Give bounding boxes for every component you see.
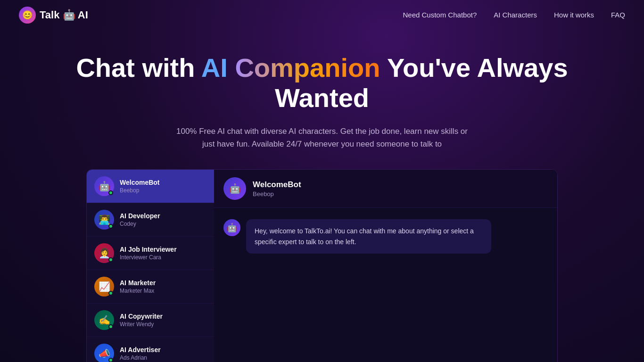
main-nav: 😊 Talk 🤖 AI Need Custom Chatbot?AI Chara… <box>0 0 644 30</box>
sidebar-sub-welcomebot: Beebop <box>120 187 160 194</box>
sidebar-item-ai-marketer[interactable]: 📈AI MarketerMarketer Max <box>87 270 214 304</box>
sidebar-info-ai-copywriter: AI CopywriterWriter Wendy <box>120 313 163 328</box>
hero-ai-word: AI <box>201 53 228 82</box>
logo-icon: 😊 <box>19 7 36 24</box>
chat-sidebar: 🤖WelcomeBotBeebop👨‍💻AI DeveloperCodey👩‍💼… <box>87 170 214 362</box>
online-dot-ai-developer <box>108 224 113 229</box>
sidebar-name-ai-copywriter: AI Copywriter <box>120 313 163 320</box>
sidebar-name-ai-developer: AI Developer <box>120 212 160 220</box>
hero-headline: Chat with AI Companion You've Always Wan… <box>9 53 635 114</box>
sidebar-item-welcomebot[interactable]: 🤖WelcomeBotBeebop <box>87 170 214 203</box>
sidebar-sub-ai-advertiser: Ads Adrian <box>120 354 161 361</box>
sidebar-name-ai-marketer: AI Marketer <box>120 279 156 287</box>
chat-header-info: WelcomeBot Beebop <box>253 180 301 197</box>
chat-header-sub: Beebop <box>253 190 301 197</box>
nav-link-how-it-works[interactable]: How it works <box>554 11 594 19</box>
hero-section: Chat with AI Companion You've Always Wan… <box>0 30 644 169</box>
avatar-wrap-ai-job-interviewer: 👩‍💼 <box>94 243 114 263</box>
hero-companion-word: Companion <box>235 53 380 82</box>
sidebar-info-ai-developer: AI DeveloperCodey <box>120 212 160 227</box>
sidebar-sub-ai-job-interviewer: Interviewer Cara <box>120 254 177 261</box>
sidebar-sub-ai-marketer: Marketer Max <box>120 288 156 294</box>
sidebar-name-welcomebot: WelcomeBot <box>120 179 160 186</box>
bubble-avatar-msg1: 🤖 <box>223 219 240 236</box>
chat-widget: 🤖WelcomeBotBeebop👨‍💻AI DeveloperCodey👩‍💼… <box>86 169 558 362</box>
bubble-content-msg1: Hey, welcome to TalkTo.ai! You can chat … <box>246 219 491 254</box>
online-dot-ai-copywriter <box>108 324 113 329</box>
chat-body: 🤖Hey, welcome to TalkTo.ai! You can chat… <box>214 208 557 362</box>
avatar-wrap-ai-copywriter: ✍️ <box>94 310 114 330</box>
avatar-wrap-ai-marketer: 📈 <box>94 277 114 296</box>
chat-header-name: WelcomeBot <box>253 180 301 189</box>
sidebar-name-ai-job-interviewer: AI Job Interviewer <box>120 246 177 253</box>
nav-link-custom-chatbot[interactable]: Need Custom Chatbot? <box>403 11 477 19</box>
sidebar-sub-ai-developer: Codey <box>120 221 160 227</box>
sidebar-item-ai-copywriter[interactable]: ✍️AI CopywriterWriter Wendy <box>87 304 214 337</box>
sidebar-name-ai-advertiser: AI Advertiser <box>120 346 161 354</box>
avatar-wrap-welcomebot: 🤖 <box>94 176 114 196</box>
sidebar-info-ai-job-interviewer: AI Job InterviewerInterviewer Cara <box>120 246 177 261</box>
nav-links: Need Custom Chatbot?AI CharactersHow it … <box>403 11 626 19</box>
chat-header-avatar: 🤖 <box>223 177 246 200</box>
hero-line1: Chat with AI Companion You've Always <box>76 53 568 82</box>
avatar-wrap-ai-advertiser: 📣 <box>94 344 114 362</box>
online-dot-ai-advertiser <box>108 358 113 362</box>
logo-text: Talk 🤖 AI <box>40 9 88 21</box>
logo[interactable]: 😊 Talk 🤖 AI <box>19 7 88 24</box>
online-dot-welcomebot <box>108 190 113 195</box>
online-dot-ai-job-interviewer <box>108 257 113 262</box>
chat-main: 🤖 WelcomeBot Beebop 🤖Hey, welcome to Tal… <box>214 170 557 362</box>
sidebar-info-ai-marketer: AI MarketerMarketer Max <box>120 279 156 294</box>
sidebar-info-welcomebot: WelcomeBotBeebop <box>120 179 160 194</box>
nav-link-ai-characters[interactable]: AI Characters <box>494 11 537 19</box>
sidebar-item-ai-advertiser[interactable]: 📣AI AdvertiserAds Adrian <box>87 337 214 362</box>
online-dot-ai-marketer <box>108 291 113 296</box>
sidebar-info-ai-advertiser: AI AdvertiserAds Adrian <box>120 346 161 361</box>
avatar-wrap-ai-developer: 👨‍💻 <box>94 210 114 230</box>
sidebar-sub-ai-copywriter: Writer Wendy <box>120 321 163 328</box>
hero-description: 100% Free AI chat with diverse AI charac… <box>176 125 468 150</box>
sidebar-item-ai-developer[interactable]: 👨‍💻AI DeveloperCodey <box>87 203 214 237</box>
chat-bubble-msg1: 🤖Hey, welcome to TalkTo.ai! You can chat… <box>223 219 548 254</box>
nav-link-faq[interactable]: FAQ <box>611 11 625 19</box>
sidebar-item-ai-job-interviewer[interactable]: 👩‍💼AI Job InterviewerInterviewer Cara <box>87 237 214 270</box>
hero-line2: Wanted <box>275 83 369 113</box>
chat-header: 🤖 WelcomeBot Beebop <box>214 170 557 208</box>
